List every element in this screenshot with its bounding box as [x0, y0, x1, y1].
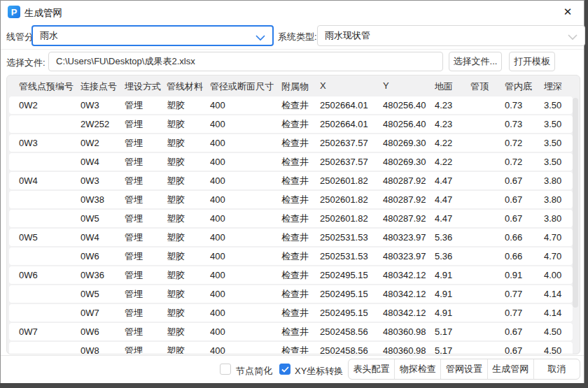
table-cell: 0.72: [505, 153, 544, 171]
cancel-button[interactable]: 取消: [533, 359, 580, 379]
table-cell: 管埋: [125, 342, 167, 354]
table-cell: 检查井: [281, 323, 320, 340]
table-cell: 0.77: [505, 304, 544, 322]
table-row[interactable]: 0W4管埋塑胶400检查井2502637.57480269.304.220.72…: [9, 153, 573, 171]
column-header[interactable]: 管径或断面尺寸: [210, 80, 281, 93]
close-icon[interactable]: ✕: [560, 5, 575, 19]
column-header[interactable]: Y: [383, 80, 435, 93]
table-cell: 塑胶: [167, 210, 210, 227]
column-header[interactable]: 地面: [435, 80, 470, 93]
table-row[interactable]: 0W60W36管埋塑胶400检查井2502495.15480342.124.91…: [9, 266, 573, 284]
column-header[interactable]: 埋设方式: [125, 80, 167, 93]
table-cell: [470, 153, 505, 171]
table-cell: 4.70: [544, 229, 572, 246]
table-cell: 400: [210, 342, 281, 354]
column-header[interactable]: 管内底: [505, 80, 544, 93]
table-cell: [470, 304, 505, 322]
table-cell: 0.67: [505, 172, 544, 189]
table-row[interactable]: 0W70W6管埋塑胶400检查井2502458.56480360.985.170…: [9, 323, 573, 340]
table-row[interactable]: 0W50W4管埋塑胶400检查井2502531.53480323.975.360…: [9, 229, 573, 246]
table-cell: 0W5: [80, 210, 125, 227]
column-header[interactable]: 管顶: [470, 80, 505, 93]
pipe-category-value: 雨水: [40, 29, 58, 42]
column-header[interactable]: 埋深: [544, 80, 572, 93]
table-cell: 2502637.57: [320, 134, 383, 152]
table-row[interactable]: 0W30W2管埋塑胶400检查井2502637.57480269.304.220…: [9, 134, 573, 152]
footer-bar: 节点简化 XY坐标转换 表头配置 物探检查 管网设置 生成管网 取消: [1, 356, 584, 383]
table-row[interactable]: 0W40W3管埋塑胶400检查井2502601.82480287.924.470…: [9, 172, 573, 189]
table-cell: 0W6: [80, 247, 125, 265]
chevron-down-icon: [255, 33, 265, 43]
generate-network-button[interactable]: 生成管网: [487, 359, 533, 379]
table-cell: 3.80: [544, 210, 572, 227]
table-cell: 480269.30: [383, 153, 435, 171]
table-cell: 480269.30: [383, 134, 435, 152]
table-cell: [470, 191, 505, 208]
network-settings-button[interactable]: 管网设置: [440, 359, 486, 379]
table-header: 管线点预编号连接点号埋设方式管线材料管径或断面尺寸附属物XY地面管顶管内底埋深: [7, 76, 580, 96]
table-cell: 400: [210, 210, 281, 227]
table-cell: 0W5: [80, 285, 125, 303]
table-cell: 4.91: [435, 266, 470, 284]
survey-check-button[interactable]: 物探检查: [394, 359, 440, 379]
table-cell: 0.73: [505, 96, 544, 114]
column-header[interactable]: 管线点预编号: [19, 80, 80, 93]
table-cell: 480287.92: [383, 210, 435, 227]
scrollbar[interactable]: [573, 98, 578, 351]
column-header[interactable]: 管线材料: [167, 80, 210, 93]
table-cell: 管埋: [125, 172, 167, 189]
table-row[interactable]: 0W6管埋塑胶400检查井2502531.53480323.975.360.66…: [9, 247, 573, 265]
table-cell: 塑胶: [167, 304, 210, 322]
table-row[interactable]: 2W252管埋塑胶400检查井2502664.01480256.404.230.…: [9, 115, 573, 133]
table-cell: 管埋: [125, 115, 167, 133]
table-cell: 400: [210, 323, 281, 340]
table-cell: 检查井: [281, 229, 320, 246]
system-type-select[interactable]: 雨水现状管: [317, 25, 585, 46]
table-cell: 4.14: [544, 285, 572, 303]
table-cell: [470, 172, 505, 189]
app-icon: P: [8, 6, 20, 18]
table-cell: [19, 115, 80, 133]
scrollbar-thumb[interactable]: [573, 98, 578, 308]
open-template-button[interactable]: 打开模板: [509, 52, 555, 71]
column-header[interactable]: 连接点号: [80, 80, 125, 93]
column-header[interactable]: X: [320, 80, 383, 93]
table-row[interactable]: 0W20W3管埋塑胶400检查井2502664.01480256.404.230…: [9, 96, 573, 114]
table-row[interactable]: 0W7管埋塑胶400检查井2502495.15480342.124.910.77…: [9, 304, 573, 322]
header-config-button[interactable]: 表头配置: [349, 359, 394, 379]
table-cell: 塑胶: [167, 134, 210, 152]
table-row[interactable]: 0W8管埋塑胶400检查井2502458.56480360.985.170.67…: [9, 342, 573, 354]
table-cell: 塑胶: [167, 191, 210, 208]
table-cell: 0.91: [505, 266, 544, 284]
table-cell: [470, 323, 505, 340]
table-cell: [19, 304, 80, 322]
table-row[interactable]: 0W5管埋塑胶400检查井2502495.15480342.124.910.77…: [9, 285, 573, 303]
separator: [1, 49, 584, 50]
file-path-input[interactable]: C:\Users\FU\Desktop\成果表2.xlsx: [48, 52, 443, 71]
choose-file-button[interactable]: 选择文件...: [449, 52, 502, 71]
table-cell: [19, 342, 80, 354]
table-cell: 5.17: [435, 323, 470, 340]
pipe-category-select[interactable]: 雨水: [31, 25, 274, 46]
table-body: 0W20W3管埋塑胶400检查井2502664.01480256.404.230…: [7, 96, 580, 354]
table-cell: 480323.97: [383, 229, 435, 246]
table-cell: 管埋: [125, 210, 167, 227]
table-cell: 管埋: [125, 153, 167, 171]
system-type-label: 系统类型:: [278, 31, 317, 43]
table-cell: 4.70: [544, 247, 572, 265]
column-header[interactable]: 附属物: [281, 80, 320, 93]
table-cell: 塑胶: [167, 172, 210, 189]
table-cell: 2502458.56: [320, 323, 383, 340]
node-simplify-checkbox[interactable]: [220, 364, 231, 375]
xy-transform-checkbox[interactable]: [279, 364, 290, 375]
table-cell: [19, 210, 80, 227]
table-row[interactable]: 0W38管埋塑胶400检查井2502601.82480287.924.470.6…: [9, 191, 573, 208]
table-cell: 400: [210, 247, 281, 265]
table-row[interactable]: 0W5管埋塑胶400检查井2502601.82480287.924.470.67…: [9, 210, 573, 227]
table-cell: 管埋: [125, 96, 167, 114]
table-cell: 4.47: [435, 210, 470, 227]
table-cell: 塑胶: [167, 247, 210, 265]
table-cell: 480342.12: [383, 304, 435, 322]
table-cell: 480360.98: [383, 323, 435, 340]
table-cell: 2502495.15: [320, 266, 383, 284]
